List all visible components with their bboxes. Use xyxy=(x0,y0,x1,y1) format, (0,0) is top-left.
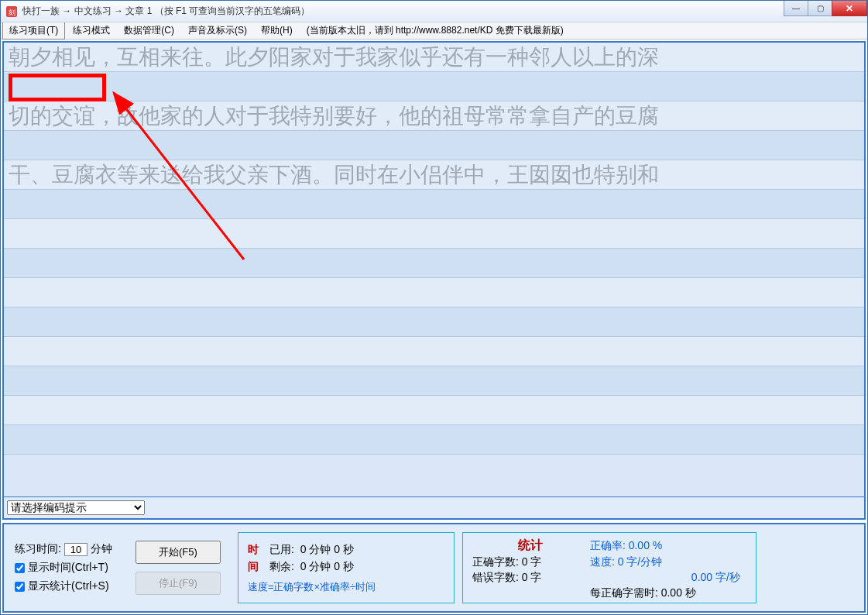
reference-line-7 xyxy=(4,396,864,425)
menu-sound[interactable]: 声音及标示(S) xyxy=(182,22,253,39)
reference-line-4 xyxy=(4,219,864,249)
typing-area[interactable]: 朝夕相见，互相来往。此夕阳家对于我家似乎还有一种邻人以上的深 切的交谊，故他家的… xyxy=(4,43,864,496)
stop-button: 停止(F9) xyxy=(136,572,221,595)
app-icon: 刻 xyxy=(5,5,18,18)
input-line-3[interactable] xyxy=(4,190,864,219)
practice-time-unit: 分钟 xyxy=(91,542,112,556)
time-used-label: 已用: xyxy=(269,543,294,557)
reference-line-3: 干、豆腐衣等来送给我父亲下酒。同时在小侣伴中，王囡囡也特别和 xyxy=(4,160,864,190)
reference-line-6 xyxy=(4,337,864,366)
input-line-5[interactable] xyxy=(4,308,864,337)
menubar: 练习项目(T) 练习模式 数据管理(C) 声音及标示(S) 帮助(H) (当前版… xyxy=(1,22,867,40)
menu-version-note: (当前版本太旧，请到 http://www.8882.net/KD 免费下载最新… xyxy=(300,22,570,39)
encoding-hint-row: 请选择编码提示 xyxy=(4,496,864,518)
menu-help[interactable]: 帮助(H) xyxy=(255,22,299,39)
show-time-checkbox-label[interactable]: 显示时间(Ctrl+T) xyxy=(15,561,112,575)
panel-left: 练习时间: 分钟 显示时间(Ctrl+T) 显示统计(Ctrl+S) xyxy=(9,539,118,596)
reference-line-2: 切的交谊，故他家的人对于我特别要好，他的祖母常常拿自产的豆腐 xyxy=(4,101,864,131)
show-stats-text: 显示统计(Ctrl+S) xyxy=(28,579,109,593)
time-remain-value: 0 分钟 0 秒 xyxy=(300,560,354,574)
svg-text:刻: 刻 xyxy=(9,9,15,16)
stat-title: 统计 xyxy=(472,538,588,554)
menu-practice[interactable]: 练习项目(T) xyxy=(2,22,65,40)
speed-formula: 速度=正确字数×准确率÷时间 xyxy=(248,580,444,594)
stat-wrong: 错误字数: 0 字 xyxy=(472,571,588,585)
close-button[interactable]: ✕ xyxy=(832,1,867,16)
window-title: 快打一族 → 中文练习 → 文章 1 （按 F1 可查询当前汉字的五笔编码） xyxy=(22,5,310,18)
input-line-7[interactable] xyxy=(4,425,864,455)
time-remain-label: 剩余: xyxy=(269,560,294,574)
stat-accuracy: 正确率: 0.00 % xyxy=(590,539,746,553)
input-line-6[interactable] xyxy=(4,366,864,396)
practice-time-input[interactable] xyxy=(64,543,87,556)
reference-line-1: 朝夕相见，互相来往。此夕阳家对于我家似乎还有一种邻人以上的深 xyxy=(4,43,864,72)
time-used-value: 0 分钟 0 秒 xyxy=(300,543,354,557)
input-line-4[interactable] xyxy=(4,249,864,278)
time-label-1: 时 xyxy=(248,543,263,557)
window-buttons: — ▢ ✕ xyxy=(784,1,867,16)
stat-box: 统计 正确率: 0.00 % 正确字数: 0 字 速度: 0 字/分钟 错误字数… xyxy=(462,532,756,603)
app-window: 刻 快打一族 → 中文练习 → 文章 1 （按 F1 可查询当前汉字的五笔编码）… xyxy=(0,0,868,615)
maximize-button[interactable]: ▢ xyxy=(808,1,832,16)
show-time-checkbox[interactable] xyxy=(15,563,25,573)
show-stats-checkbox-label[interactable]: 显示统计(Ctrl+S) xyxy=(15,579,112,593)
content-area: 朝夕相见，互相来往。此夕阳家对于我家似乎还有一种邻人以上的深 切的交谊，故他家的… xyxy=(2,41,866,520)
input-line-1[interactable] xyxy=(4,72,864,101)
titlebar: 刻 快打一族 → 中文练习 → 文章 1 （按 F1 可查询当前汉字的五笔编码）… xyxy=(1,1,867,22)
time-box: 时 已用: 0 分钟 0 秒 间 剩余: 0 分钟 0 秒 速度=正确字数×准确… xyxy=(238,532,455,603)
input-line-2[interactable] xyxy=(4,131,864,160)
stat-correct: 正确字数: 0 字 xyxy=(472,555,588,569)
start-button[interactable]: 开始(F5) xyxy=(136,541,221,564)
reference-line-5 xyxy=(4,278,864,308)
encoding-hint-select[interactable]: 请选择编码提示 xyxy=(7,500,145,515)
minimize-button[interactable]: — xyxy=(784,1,808,16)
status-panel: 练习时间: 分钟 显示时间(Ctrl+T) 显示统计(Ctrl+S) 开始(F5… xyxy=(2,523,866,613)
menu-data[interactable]: 数据管理(C) xyxy=(118,22,180,39)
show-time-text: 显示时间(Ctrl+T) xyxy=(28,561,108,575)
stat-speed2: 0.00 字/秒 xyxy=(590,571,746,585)
show-stats-checkbox[interactable] xyxy=(15,582,25,592)
time-label-2: 间 xyxy=(248,560,263,574)
stat-speed1: 速度: 0 字/分钟 xyxy=(590,555,746,569)
practice-time-label: 练习时间: xyxy=(15,542,61,556)
stat-perchar: 每正确字需时: 0.00 秒 xyxy=(590,586,746,600)
panel-buttons: 开始(F5) 停止(F9) xyxy=(126,541,230,595)
menu-mode[interactable]: 练习模式 xyxy=(67,22,116,39)
